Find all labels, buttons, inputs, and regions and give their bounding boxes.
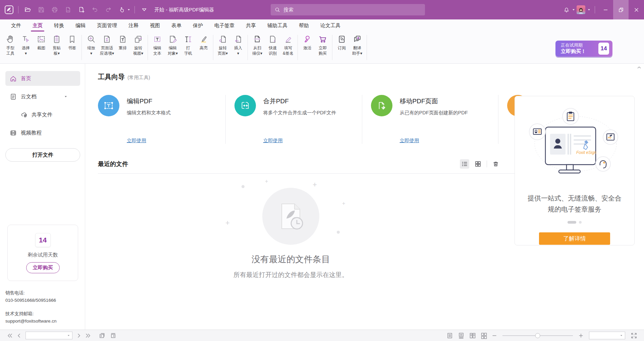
restore-button[interactable] xyxy=(613,0,629,19)
hand-tool-dropdown-caret[interactable] xyxy=(127,7,130,13)
notifications-bell-icon[interactable] xyxy=(562,5,571,14)
menu-form[interactable]: 表单 xyxy=(166,19,187,32)
use-now-link[interactable]: 立即使用 xyxy=(263,137,283,144)
menu-esign[interactable]: 电子签章 xyxy=(209,19,240,32)
learn-more-button[interactable]: 了解详情 xyxy=(539,232,610,245)
buy-now-button[interactable]: 立即购买 xyxy=(26,262,60,273)
open-file-button[interactable]: 打开文件 xyxy=(5,148,80,162)
toolbar-activate[interactable]: 激活 xyxy=(300,34,315,52)
toolbar-edit-text[interactable]: 编辑 文本 xyxy=(150,34,165,57)
use-now-link[interactable]: 立即使用 xyxy=(127,137,146,144)
tool-card-edit-pdf[interactable]: 编辑PDF 编辑文档和文本格式 立即使用 xyxy=(98,95,225,144)
last-page-icon[interactable] xyxy=(86,333,91,338)
next-page-icon[interactable] xyxy=(77,333,81,338)
toolbar-select[interactable]: 选择 ▾ xyxy=(18,34,34,57)
use-now-link[interactable]: 立即使用 xyxy=(400,137,419,144)
redo-icon[interactable] xyxy=(104,5,113,14)
previous-page-icon[interactable] xyxy=(17,333,20,338)
previous-view-icon[interactable] xyxy=(99,333,105,339)
toolbar-typewriter[interactable]: 打 字机 xyxy=(180,34,196,57)
menu-view[interactable]: 视图 xyxy=(144,19,166,32)
support-email-address[interactable]: support@foxitsoftware.cn xyxy=(5,318,80,325)
zoom-out-icon[interactable] xyxy=(492,333,497,338)
toolbar-rotate-view[interactable]: 旋转 视图▾ xyxy=(130,34,146,57)
clear-recent-trash-button[interactable] xyxy=(491,159,500,169)
sidebar-item-shared-files[interactable]: 共享文件 xyxy=(5,107,80,122)
sidebar-item-video-tutorials[interactable]: 视频教程 xyxy=(5,125,80,140)
toolbar-translate-assistant[interactable]: 翻译 助手▾ xyxy=(350,34,365,57)
cloud-docs-expand-caret[interactable] xyxy=(64,94,67,100)
single-page-view-icon[interactable] xyxy=(446,332,453,339)
toolbar-insert-pages[interactable]: 插入 ▾ xyxy=(230,34,246,57)
new-document-icon[interactable] xyxy=(77,5,86,14)
carousel-dot[interactable] xyxy=(579,221,582,224)
zoom-in-icon xyxy=(86,34,96,44)
zoom-in-status-icon[interactable] xyxy=(579,333,583,338)
home-icon xyxy=(9,75,17,82)
menu-edit[interactable]: 编辑 xyxy=(70,19,91,32)
notifications-dropdown-caret[interactable] xyxy=(572,7,575,13)
zoom-level-select[interactable] xyxy=(589,332,625,339)
hand-pointer-tool-icon[interactable] xyxy=(117,5,126,14)
first-page-icon[interactable] xyxy=(7,333,12,338)
menu-home[interactable]: 主页 xyxy=(27,19,48,32)
toolbar-subscribe[interactable]: 订阅 xyxy=(334,34,350,52)
toolbar-buy-now[interactable]: 立即 购买 xyxy=(315,34,330,57)
zoom-slider[interactable] xyxy=(502,335,573,336)
toolbar-fill-sign[interactable]: 填写 &签名 xyxy=(280,34,296,57)
fullscreen-icon[interactable] xyxy=(631,333,637,339)
tool-card-merge-pdf[interactable]: 合并PDF 将多个文件合并生成一个PDF文件 立即使用 xyxy=(225,95,362,144)
grid-view-button[interactable] xyxy=(473,159,483,169)
toolbar-highlight[interactable]: 高亮 xyxy=(196,34,211,52)
toolbar-edit-object[interactable]: 编辑 对象▾ xyxy=(165,34,180,57)
menu-file[interactable]: 文件 xyxy=(5,19,27,32)
search-input[interactable]: 搜索 xyxy=(271,4,425,15)
menu-convert[interactable]: 转换 xyxy=(48,19,70,32)
account-dropdown-caret[interactable] xyxy=(587,7,591,13)
toolbar-snapshot[interactable]: 截图 xyxy=(34,34,49,52)
scroll-up-arrow[interactable] xyxy=(637,64,641,70)
menu-comment[interactable]: 注释 xyxy=(123,19,144,32)
collapse-ribbon-icon[interactable] xyxy=(140,5,149,14)
menu-share[interactable]: 共享 xyxy=(240,19,262,32)
toolbar-zoom[interactable]: 缩放 ▾ xyxy=(84,34,99,57)
user-avatar[interactable] xyxy=(577,5,585,14)
toolbar-reflow[interactable]: 重排 xyxy=(115,34,130,52)
next-view-icon[interactable] xyxy=(110,333,117,339)
menu-paper-tools[interactable]: 论文工具 xyxy=(315,19,346,32)
menu-accessibility[interactable]: 辅助工具 xyxy=(262,19,293,32)
minimize-button[interactable] xyxy=(598,0,613,19)
menu-protect[interactable]: 保护 xyxy=(187,19,209,32)
toolbar-from-scanner[interactable]: 从扫 描仪▾ xyxy=(250,34,265,57)
sidebar-item-home[interactable]: 首页 xyxy=(5,71,80,86)
close-button[interactable] xyxy=(629,0,644,19)
carousel-dot-active[interactable] xyxy=(568,221,576,224)
page-remove-icon[interactable] xyxy=(64,5,72,14)
toolbar-quick-ocr[interactable]: OCR 快速 识别 xyxy=(265,34,280,57)
toolbar-rotate-pages[interactable]: 旋转 页面▾ xyxy=(215,34,230,57)
facing-view-icon[interactable] xyxy=(469,332,476,339)
tool-card-move-pdf-pages[interactable]: 移动PDF页面 从已有的PDF页面创建新的PDF 立即使用 xyxy=(362,95,498,144)
undo-icon[interactable] xyxy=(91,5,99,14)
print-icon[interactable] xyxy=(50,5,59,14)
toolbar-clipboard[interactable]: 剪贴 板▾ xyxy=(49,34,64,57)
menu-help[interactable]: 帮助 xyxy=(293,19,315,32)
app-window: 开始 - 福昕高级PDF编辑器 搜索 xyxy=(0,0,644,341)
page-number-input[interactable] xyxy=(25,332,72,339)
facing-continuous-view-icon[interactable] xyxy=(481,332,487,339)
trial-purchase-badge[interactable]: 正在试用期 立即购买！ 14 xyxy=(555,41,612,57)
continuous-view-icon[interactable] xyxy=(458,332,465,339)
open-file-icon[interactable] xyxy=(23,5,32,14)
title-bar: 开始 - 福昕高级PDF编辑器 搜索 xyxy=(0,0,644,19)
toolbar-bookmark[interactable]: 书签 xyxy=(64,34,80,52)
search-icon xyxy=(275,7,280,13)
save-icon[interactable] xyxy=(37,5,46,14)
zoom-dropdown-caret[interactable] xyxy=(620,334,623,337)
menu-page-organize[interactable]: 页面管理 xyxy=(91,19,123,32)
zoom-slider-thumb[interactable] xyxy=(535,333,540,338)
sidebar-item-cloud-docs[interactable]: 云文档 xyxy=(5,89,80,104)
page-dropdown-caret[interactable] xyxy=(67,334,70,337)
toolbar-fit-options[interactable]: 页面适 应选项▾ xyxy=(99,34,115,57)
list-view-button[interactable] xyxy=(460,159,469,169)
toolbar-hand-tool[interactable]: 手型 工具 xyxy=(3,34,18,57)
